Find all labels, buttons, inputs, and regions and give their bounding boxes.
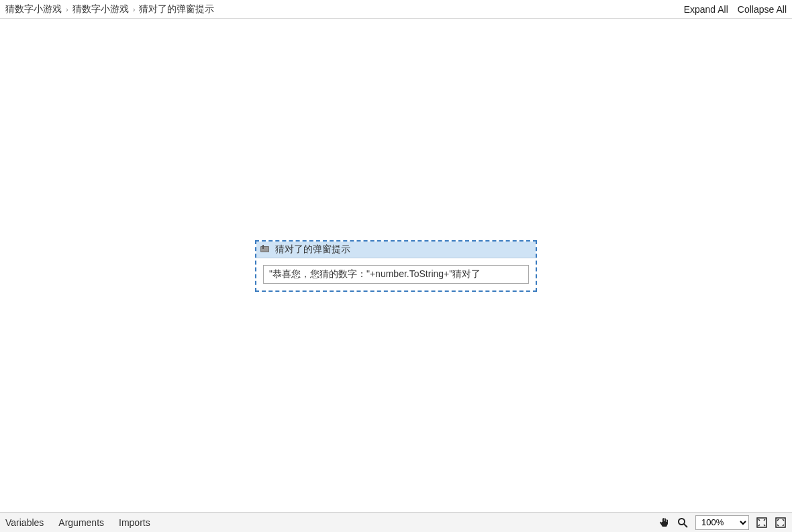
activity-body: "恭喜您，您猜的数字："+number.ToString+"猜对了 — [256, 258, 536, 290]
message-box-activity[interactable]: 猜对了的弹窗提示 "恭喜您，您猜的数字："+number.ToString+"猜… — [255, 240, 537, 292]
expand-all-button[interactable]: Expand All — [684, 4, 728, 15]
bottom-bar: Variables Arguments Imports 100% — [0, 512, 792, 532]
svg-rect-6 — [776, 518, 785, 527]
top-bar: 猜数字小游戏 › 猜数字小游戏 › 猜对了的弹窗提示 Expand All Co… — [0, 0, 792, 19]
message-box-icon — [260, 245, 271, 254]
breadcrumb: 猜数字小游戏 › 猜数字小游戏 › 猜对了的弹窗提示 — [5, 3, 684, 15]
svg-point-3 — [679, 519, 685, 525]
chevron-right-icon: › — [66, 5, 68, 13]
pan-icon[interactable] — [658, 517, 670, 529]
top-actions: Expand All Collapse All — [684, 4, 787, 15]
zoom-select[interactable]: 100% — [695, 515, 749, 530]
collapse-all-button[interactable]: Collapse All — [738, 4, 787, 15]
tab-arguments[interactable]: Arguments — [58, 517, 104, 528]
chevron-right-icon: › — [133, 5, 136, 13]
tab-variables[interactable]: Variables — [5, 517, 44, 528]
zoom-icon[interactable] — [677, 517, 689, 529]
bottom-tabs: Variables Arguments Imports — [5, 517, 644, 528]
overview-icon[interactable] — [775, 517, 787, 529]
activity-header[interactable]: 猜对了的弹窗提示 — [256, 242, 536, 258]
bottom-tools: 100% — [658, 515, 787, 530]
breadcrumb-item-2[interactable]: 猜对了的弹窗提示 — [139, 3, 214, 15]
fit-to-screen-icon[interactable] — [756, 517, 768, 529]
designer-canvas[interactable]: 猜对了的弹窗提示 "恭喜您，您猜的数字："+number.ToString+"猜… — [0, 19, 792, 512]
tab-imports[interactable]: Imports — [119, 517, 150, 528]
activity-title: 猜对了的弹窗提示 — [275, 244, 350, 256]
svg-rect-2 — [262, 245, 264, 249]
breadcrumb-item-1[interactable]: 猜数字小游戏 — [72, 3, 129, 15]
svg-rect-1 — [261, 247, 268, 252]
breadcrumb-item-0[interactable]: 猜数字小游戏 — [5, 3, 62, 15]
message-expression-input[interactable]: "恭喜您，您猜的数字："+number.ToString+"猜对了 — [263, 265, 529, 284]
svg-line-4 — [684, 524, 687, 527]
